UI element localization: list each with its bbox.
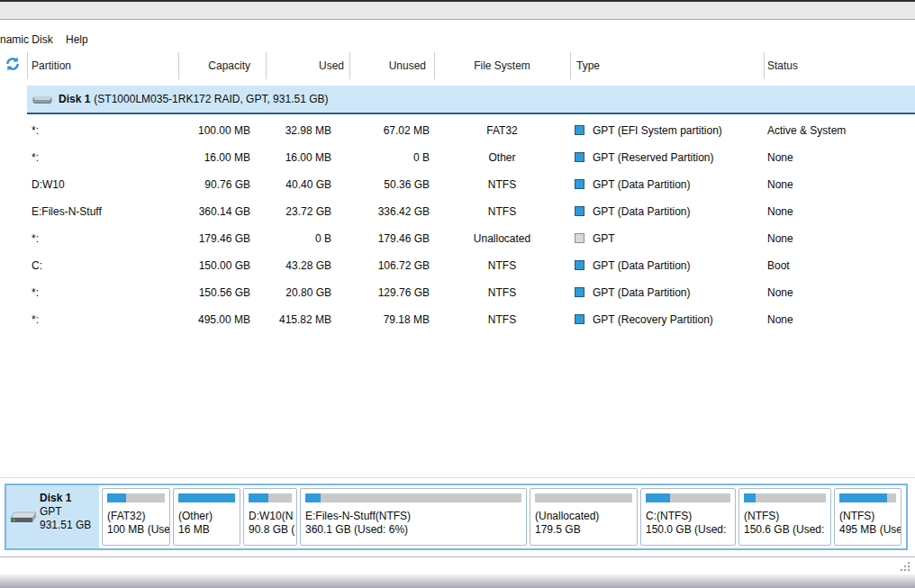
file-system-value: Unallocated: [434, 225, 570, 252]
capacity-value: 90.76 GB: [178, 171, 250, 198]
column-header-used[interactable]: Used: [266, 52, 344, 79]
usage-bar-fill: [744, 493, 756, 502]
capacity-value: 179.46 GB: [178, 225, 250, 252]
usage-bar-fill: [178, 493, 235, 502]
header-divider: [178, 52, 179, 79]
partition-name: *:: [32, 144, 176, 171]
disk-map: Disk 1 GPT 931.51 GB (FAT32) 100 MB (Use…: [5, 484, 908, 550]
partition-type-icon: [575, 125, 584, 135]
block-label: (NTFS): [839, 510, 896, 523]
usage-bar: [744, 493, 826, 502]
status-value: None: [767, 279, 913, 306]
type-cell: GPT (Recovery Partition): [575, 306, 764, 333]
refresh-button[interactable]: [5, 56, 21, 72]
menu-item-dynamic-disk[interactable]: namic Disk: [0, 33, 53, 46]
usage-bar: [535, 493, 632, 502]
usage-bar-fill: [646, 493, 670, 502]
capacity-value: 495.00 MB: [178, 306, 250, 333]
table-row[interactable]: C: 150.00 GB 43.28 GB 106.72 GB NTFS GPT…: [0, 252, 915, 279]
type-value: GPT (Data Partition): [593, 259, 690, 272]
block-label: E:Files-N-Stuff(NTFS): [305, 510, 521, 523]
header-divider: [764, 52, 765, 79]
block-size: 16 MB: [178, 523, 235, 537]
type-value: GPT (Reserved Partition): [593, 151, 714, 164]
disk-details: (ST1000LM035-1RK172 RAID, GPT, 931.51 GB…: [94, 93, 328, 105]
table-row[interactable]: *: 16.00 MB 16.00 MB 0 B Other GPT (Rese…: [0, 144, 915, 171]
usage-bar: [178, 493, 235, 502]
header-divider: [349, 52, 350, 79]
status-value: None: [767, 306, 913, 333]
header-divider: [266, 52, 267, 79]
partition-name: E:Files-N-Stuff: [32, 198, 176, 225]
map-block-unallocated[interactable]: (Unallocated) 179.5 GB: [530, 488, 638, 546]
unused-value: 50.36 GB: [349, 171, 430, 198]
hard-disk-icon: [32, 93, 52, 108]
map-block-ntfs-150[interactable]: (NTFS) 150.6 GB (Used:: [738, 488, 831, 546]
type-value: GPT (Data Partition): [593, 205, 690, 218]
partition-type-icon: [575, 179, 584, 189]
column-header-unused[interactable]: Unused: [349, 52, 426, 79]
partition-name: *:: [32, 117, 176, 144]
file-system-value: NTFS: [434, 306, 570, 333]
unused-value: 67.02 MB: [349, 117, 430, 144]
type-value: GPT (Recovery Partition): [593, 313, 713, 326]
map-block-ntfs-495[interactable]: (NTFS) 495 MB (Use: [834, 488, 901, 546]
used-value: 415.82 MB: [266, 306, 331, 333]
partition-type-icon: [575, 287, 584, 297]
file-system-value: NTFS: [434, 198, 570, 225]
hard-disk-icon: [9, 507, 38, 529]
map-block-other[interactable]: (Other) 16 MB: [173, 488, 240, 546]
table-row[interactable]: *: 179.46 GB 0 B 179.46 GB Unallocated G…: [0, 225, 915, 252]
map-block-c[interactable]: C:(NTFS) 150.0 GB (Used:: [640, 488, 736, 546]
file-system-value: NTFS: [434, 171, 570, 198]
type-cell: GPT (Data Partition): [575, 171, 764, 198]
status-value: None: [767, 198, 913, 225]
unused-value: 179.46 GB: [349, 225, 430, 252]
disk-name: Disk 1: [59, 93, 90, 105]
table-row[interactable]: *: 495.00 MB 415.82 MB 79.18 MB NTFS GPT…: [0, 306, 915, 333]
file-system-value: Other: [434, 144, 570, 171]
table-row[interactable]: *: 100.00 MB 32.98 MB 67.02 MB FAT32 GPT…: [0, 117, 915, 144]
map-block-d-w10[interactable]: D:W10(N 90.8 GB (: [243, 488, 297, 546]
disk-header-row[interactable]: Disk 1(ST1000LM035-1RK172 RAID, GPT, 931…: [27, 86, 915, 114]
column-header-file-system[interactable]: File System: [434, 52, 570, 79]
usage-bar-fill: [107, 493, 126, 502]
disk-map-panel[interactable]: Disk 1 GPT 931.51 GB: [6, 485, 99, 548]
map-block-fat32[interactable]: (FAT32) 100 MB (Use: [102, 488, 170, 546]
status-value: None: [767, 144, 913, 171]
column-header-partition[interactable]: Partition: [32, 52, 71, 79]
type-cell: GPT (Data Partition): [575, 279, 764, 306]
usage-bar-fill: [305, 493, 321, 502]
status-bar: [0, 557, 915, 574]
used-value: 40.40 GB: [266, 171, 331, 198]
column-header-capacity[interactable]: Capacity: [178, 52, 250, 79]
column-header-status[interactable]: Status: [767, 52, 798, 79]
capacity-value: 150.00 GB: [178, 252, 250, 279]
block-label: (FAT32): [107, 510, 165, 523]
partition-type-icon: [575, 152, 584, 162]
column-header-type[interactable]: Type: [576, 52, 600, 79]
resize-grip[interactable]: [900, 561, 910, 574]
header-divider: [570, 52, 571, 79]
header-divider: [27, 52, 28, 79]
block-size: 100 MB (Use: [107, 523, 165, 537]
type-value: GPT (EFI System partition): [593, 124, 722, 137]
usage-bar: [839, 493, 896, 502]
header-divider: [434, 52, 435, 79]
type-cell: GPT (EFI System partition): [575, 117, 764, 144]
table-row[interactable]: *: 150.56 GB 20.80 GB 129.76 GB NTFS GPT…: [0, 279, 915, 306]
partition-type-icon: [575, 314, 584, 324]
type-value: GPT: [593, 232, 615, 245]
unused-value: 106.72 GB: [349, 252, 430, 279]
menu-item-help[interactable]: Help: [66, 33, 88, 46]
table-row[interactable]: E:Files-N-Stuff 360.14 GB 23.72 GB 336.4…: [0, 198, 915, 225]
usage-bar: [305, 493, 521, 502]
status-value: Boot: [767, 252, 913, 279]
map-block-e-files-n-stuff[interactable]: E:Files-N-Stuff(NTFS) 360.1 GB (Used: 6%…: [300, 488, 527, 546]
map-disk-scheme: GPT: [40, 505, 62, 518]
used-value: 43.28 GB: [266, 252, 331, 279]
table-row[interactable]: D:W10 90.76 GB 40.40 GB 50.36 GB NTFS GP…: [0, 171, 915, 198]
unused-value: 79.18 MB: [349, 306, 430, 333]
map-separator-line: [0, 477, 915, 478]
type-cell: GPT (Data Partition): [575, 198, 764, 225]
